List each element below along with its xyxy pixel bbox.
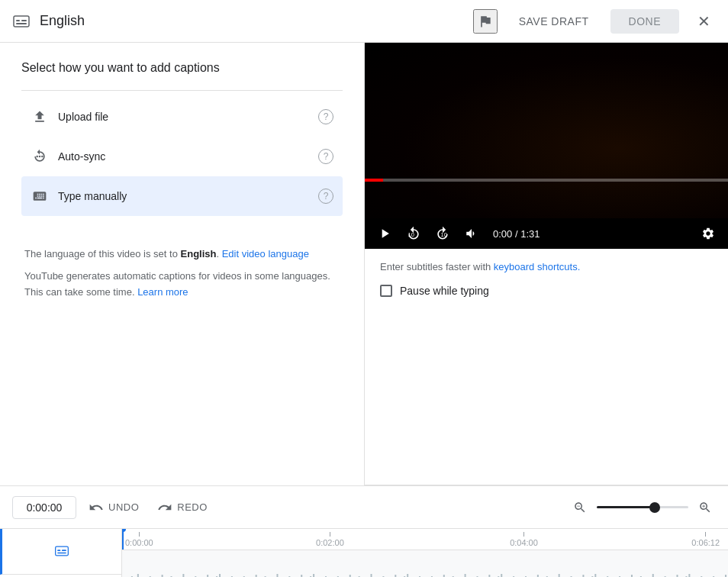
svg-rect-95 bbox=[371, 574, 372, 578]
svg-rect-107 bbox=[407, 574, 408, 578]
track-labels bbox=[0, 529, 122, 577]
volume-button[interactable] bbox=[461, 223, 482, 244]
svg-rect-1 bbox=[16, 20, 20, 21]
svg-rect-181 bbox=[631, 575, 633, 578]
upload-label: Upload file bbox=[58, 111, 318, 123]
svg-rect-200 bbox=[688, 574, 690, 578]
keyboard-shortcuts-link[interactable]: keyboard shortcuts. bbox=[494, 261, 580, 272]
subtitle-hint: Enter subtitles faster with keyboard sho… bbox=[380, 261, 713, 272]
left-panel: Select how you want to add captions Uplo… bbox=[0, 43, 365, 485]
svg-rect-72 bbox=[301, 575, 302, 578]
svg-rect-11 bbox=[62, 550, 66, 552]
time-input[interactable] bbox=[12, 496, 76, 519]
svg-rect-138 bbox=[501, 574, 502, 578]
svg-rect-64 bbox=[276, 574, 278, 578]
autosync-label: Auto-sync bbox=[58, 150, 318, 163]
svg-point-5 bbox=[36, 156, 38, 158]
zoom-in-button[interactable] bbox=[694, 497, 716, 518]
undo-label: UNDO bbox=[108, 501, 139, 513]
svg-rect-2 bbox=[21, 20, 27, 21]
svg-rect-26 bbox=[162, 575, 163, 578]
video-controls: 10 10 0:00 / 1:31 bbox=[365, 218, 728, 249]
svg-rect-119 bbox=[443, 575, 445, 578]
language-bold: English bbox=[181, 248, 217, 259]
ruler-label-3: 0:06:12 bbox=[691, 538, 720, 547]
pause-typing-label: Pause while typing bbox=[400, 285, 489, 297]
progress-bar-container[interactable] bbox=[365, 179, 728, 182]
panel-title: Select how you want to add captions bbox=[21, 61, 343, 75]
save-draft-button[interactable]: SAVE DRAFT bbox=[510, 9, 598, 34]
svg-rect-103 bbox=[395, 575, 396, 578]
main-content: Select how you want to add captions Uplo… bbox=[0, 43, 728, 485]
svg-rect-188 bbox=[652, 574, 654, 578]
svg-rect-0 bbox=[14, 16, 29, 27]
svg-rect-33 bbox=[182, 574, 184, 578]
ruler-line bbox=[523, 532, 524, 537]
forward-button[interactable]: 10 bbox=[432, 223, 453, 244]
pause-typing-checkbox[interactable] bbox=[380, 285, 392, 297]
svg-rect-41 bbox=[207, 575, 208, 578]
zoom-slider[interactable] bbox=[597, 506, 688, 508]
bottom-toolbar: UNDO REDO bbox=[0, 485, 728, 528]
audio-track-label[interactable] bbox=[0, 575, 121, 578]
flag-button[interactable] bbox=[473, 9, 498, 34]
playhead[interactable] bbox=[122, 529, 124, 550]
subtitle-hint-text: Enter subtitles faster with bbox=[380, 261, 494, 272]
svg-rect-157 bbox=[559, 574, 560, 578]
svg-rect-196 bbox=[677, 575, 678, 578]
svg-rect-212 bbox=[725, 575, 726, 578]
autosync-help-icon[interactable]: ? bbox=[318, 149, 333, 164]
svg-rect-57 bbox=[256, 575, 257, 578]
time-display: 0:00 / 1:31 bbox=[493, 228, 690, 240]
timeline-ruler: 0:00:00 0:02:00 0:04:00 0:06:12 bbox=[122, 529, 728, 550]
upload-help-icon[interactable]: ? bbox=[318, 109, 333, 124]
svg-rect-88 bbox=[350, 575, 351, 578]
divider bbox=[21, 90, 343, 91]
svg-point-4 bbox=[39, 156, 41, 158]
pause-typing-container: Pause while typing bbox=[380, 285, 713, 297]
ruler-mark-3: 0:06:12 bbox=[691, 532, 720, 547]
header-left: English bbox=[12, 12, 473, 31]
ruler-mark-2: 0:04:00 bbox=[510, 532, 538, 547]
page-title: English bbox=[40, 13, 85, 29]
ruler-mark-0: 0:00:00 bbox=[125, 532, 153, 547]
option-upload[interactable]: Upload file ? bbox=[21, 97, 343, 137]
play-button[interactable] bbox=[374, 223, 395, 244]
svg-rect-126 bbox=[465, 574, 466, 578]
caption-track-label[interactable] bbox=[0, 529, 121, 575]
header-right: SAVE DRAFT DONE ✕ bbox=[473, 9, 716, 34]
subtitle-info-area: Enter subtitles faster with keyboard sho… bbox=[365, 249, 728, 485]
language-info: The language of this video is set to Eng… bbox=[24, 247, 340, 263]
svg-rect-10 bbox=[57, 550, 60, 552]
edit-language-link[interactable]: Edit video language bbox=[222, 248, 309, 259]
caption-icon bbox=[12, 12, 31, 31]
undo-button[interactable]: UNDO bbox=[82, 495, 145, 520]
right-panel: 10 10 0:00 / 1:31 bbox=[365, 43, 728, 485]
progress-bar-fill bbox=[365, 179, 383, 182]
video-player: 10 10 0:00 / 1:31 bbox=[365, 43, 728, 249]
waveform-track bbox=[122, 550, 728, 577]
ruler-line bbox=[705, 532, 706, 537]
svg-rect-12 bbox=[57, 553, 66, 554]
close-button[interactable]: ✕ bbox=[691, 9, 716, 34]
option-autosync[interactable]: Auto-sync ? bbox=[21, 137, 343, 176]
type-manually-help-icon[interactable]: ? bbox=[318, 189, 333, 204]
zoom-out-button[interactable] bbox=[569, 497, 591, 518]
video-screen bbox=[365, 43, 728, 218]
zoom-controls bbox=[569, 497, 716, 518]
ruler-line bbox=[330, 532, 330, 537]
settings-button[interactable] bbox=[697, 223, 719, 244]
option-type-manually[interactable]: Type manually ? bbox=[21, 176, 343, 216]
app-header: English SAVE DRAFT DONE ✕ bbox=[0, 0, 728, 43]
svg-rect-169 bbox=[594, 574, 596, 578]
redo-button[interactable]: REDO bbox=[151, 495, 214, 520]
video-overlay bbox=[365, 43, 728, 218]
auto-caption-info: YouTube generates automatic captions for… bbox=[24, 269, 340, 301]
rewind-button[interactable]: 10 bbox=[403, 223, 424, 244]
waveform-svg bbox=[122, 562, 728, 578]
done-button[interactable]: DONE bbox=[610, 9, 679, 34]
ruler-mark-1: 0:02:00 bbox=[316, 532, 344, 547]
learn-more-link[interactable]: Learn more bbox=[137, 286, 188, 298]
svg-rect-134 bbox=[488, 575, 490, 578]
track-content: 0:00:00 0:02:00 0:04:00 0:06:12 bbox=[122, 529, 728, 577]
